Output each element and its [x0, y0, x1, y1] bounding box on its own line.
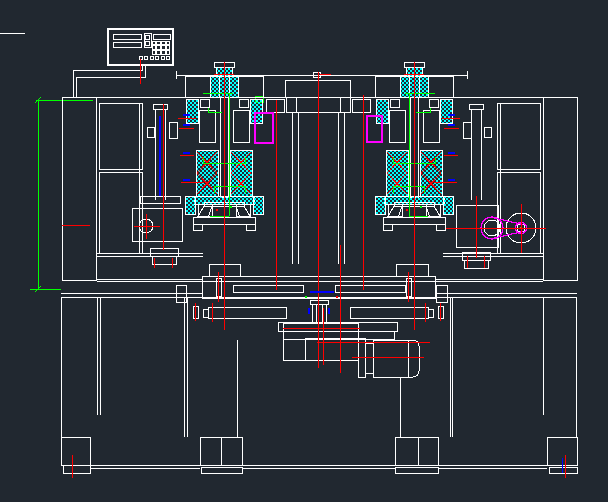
speck [216, 209, 218, 211]
speck [305, 296, 307, 298]
speck [420, 206, 422, 208]
speck [406, 209, 408, 211]
cad-viewport[interactable] [0, 0, 608, 502]
cad-canvas[interactable] [0, 0, 608, 502]
speck [336, 296, 338, 298]
speck [230, 206, 232, 208]
